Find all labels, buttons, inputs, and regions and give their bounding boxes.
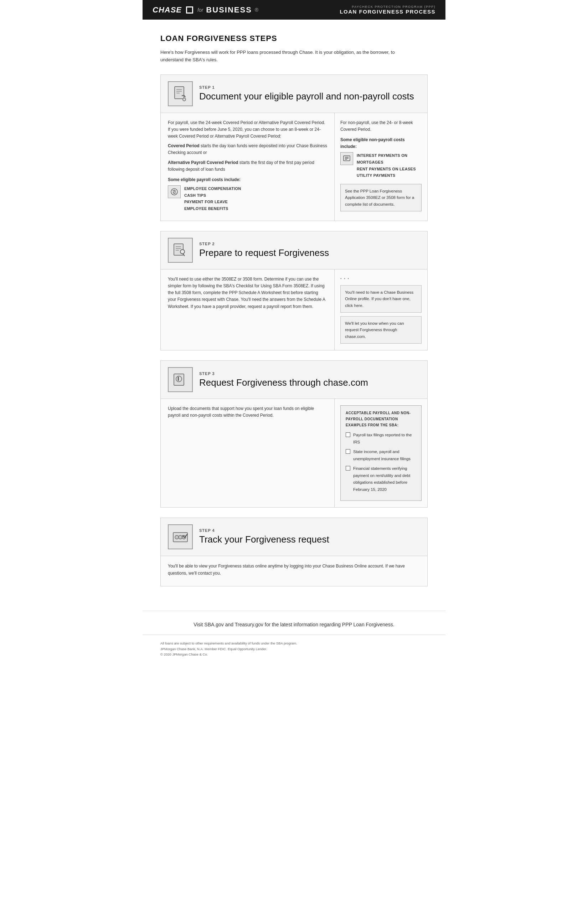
step-4-section: STEP 4 Track your Forgiveness request Yo… (160, 518, 428, 587)
step-1-heading: Document your eligible payroll and non-p… (199, 91, 414, 102)
payroll-icon (168, 185, 181, 198)
checkbox-2 (346, 449, 350, 454)
step-2-section: STEP 2 Prepare to request Forgiveness Yo… (160, 231, 428, 350)
acceptable-title: ACCEPTABLE PAYROLL AND NON-PAYROLL DOCUM… (346, 410, 416, 428)
svg-point-4 (183, 98, 186, 101)
step-4-icon (168, 524, 193, 549)
checkbox-1 (346, 432, 350, 437)
acceptable-item-3: Financial statements verifying payment o… (353, 465, 416, 493)
step-4-heading: Track your Forgiveness request (199, 534, 329, 545)
step-1-section: STEP 1 Document your eligible payroll an… (160, 74, 428, 221)
step4-body-text: You'll be able to view your Forgiveness … (168, 563, 420, 577)
svg-point-16 (176, 376, 182, 382)
payroll-cost-4: EMPLOYEE BENEFITS (184, 205, 241, 212)
eligible-nonpayroll-label: Some eligible non-payroll costs include: (340, 136, 422, 150)
nonpayroll-cost-3: UTILITY PAYMENTS (357, 172, 422, 179)
step-2-heading: Prepare to request Forgiveness (199, 247, 329, 259)
alt-covered-label: Alternative Payroll Covered Period (168, 160, 238, 165)
payroll-cost-3: PAYMENT FOR LEAVE (184, 199, 241, 205)
step-3-label: STEP 3 (199, 372, 368, 376)
step-3-icon: i (168, 367, 193, 392)
check-item-3: Financial statements verifying payment o… (346, 465, 416, 493)
legal-line-3: © 2020 JPMorgan Chase & Co. (160, 652, 428, 657)
step-1-header-text: STEP 1 Document your eligible payroll an… (199, 85, 414, 102)
header-right: PAYCHECK PROTECTION PROGRAM (PPP) LOAN F… (339, 5, 436, 15)
step2-note1: You'll need to have a Chase Business Onl… (340, 285, 422, 313)
logo-square-icon (186, 6, 193, 13)
step-3-left: Upload the documents that support how yo… (161, 399, 334, 507)
nonpayroll-icon (340, 152, 353, 165)
step-2-label: STEP 2 (199, 242, 329, 246)
nonpayroll-costs-row: INTEREST PAYMENTS ON MORTGAGES RENT PAYM… (340, 152, 422, 179)
header: CHASE for BUSINESS® PAYCHECK PROTECTION … (142, 0, 446, 19)
footer-visit-text: Visit SBA.gov and Treasury.gov for the l… (194, 622, 394, 628)
step-2-icon (168, 238, 193, 263)
logo-chase: CHASE (152, 5, 182, 15)
payroll-cost-1: EMPLOYEE COMPENSATION (184, 185, 241, 192)
step-2-header: STEP 2 Prepare to request Forgiveness (161, 231, 427, 270)
acceptable-box: ACCEPTABLE PAYROLL AND NON-PAYROLL DOCUM… (340, 405, 422, 500)
step-3-header-text: STEP 3 Request Forgiveness through chase… (199, 372, 368, 388)
step3-body-text: Upload the documents that support how yo… (168, 405, 327, 419)
step-1-right: For non-payroll, use the 24- or 8-week C… (334, 113, 427, 221)
step-4-header: STEP 4 Track your Forgiveness request (161, 518, 427, 556)
step-2-left: You'll need to use either the 3508EZ or … (161, 270, 334, 350)
step-1-label: STEP 1 (199, 85, 414, 89)
header-title: LOAN FORGIVENESS PROCESS (339, 8, 436, 15)
nonpayroll-costs-list: INTEREST PAYMENTS ON MORTGAGES RENT PAYM… (357, 152, 422, 179)
intro-text: Here's how Forgiveness will work for PPP… (160, 49, 403, 64)
step-1-icon (168, 81, 193, 106)
legal-line-2: JPMorgan Chase Bank, N.A. Member FDIC. E… (160, 646, 428, 652)
step2-body-text: You'll need to use either the 3508EZ or … (168, 276, 327, 310)
header-subtitle: PAYCHECK PROTECTION PROGRAM (PPP) (339, 5, 436, 8)
footer-visit: Visit SBA.gov and Treasury.gov for the l… (142, 611, 446, 634)
logo-for: for (197, 7, 203, 13)
logo-business: BUSINESS (206, 5, 252, 15)
step1-right-p1: For non-payroll, use the 24- or 8-week C… (340, 120, 422, 133)
legal-line-1: All loans are subject to other requireme… (160, 641, 428, 646)
acceptable-item-1: Payroll tax filings reported to the IRS (353, 432, 416, 446)
step-2-header-text: STEP 2 Prepare to request Forgiveness (199, 242, 329, 259)
check-item-2: State income, payroll and unemployment i… (346, 448, 416, 463)
svg-point-14 (180, 249, 184, 254)
step-3-header: i STEP 3 Request Forgiveness through cha… (161, 361, 427, 399)
covered-period-label: Covered Period (168, 143, 200, 148)
step-1-header: STEP 1 Document your eligible payroll an… (161, 75, 427, 113)
ppp-box: See the PPP Loan Forgiveness Application… (340, 184, 422, 211)
check-item-1: Payroll tax filings reported to the IRS (346, 432, 416, 446)
main-content: LOAN FORGIVENESS STEPS Here's how Forgiv… (142, 19, 446, 607)
step-1-body: For payroll, use the 24-week Covered Per… (161, 113, 427, 221)
nonpayroll-cost-2: RENT PAYMENTS ON LEASES (357, 166, 422, 173)
step2-note1-text: You'll need to have a Chase Business Onl… (345, 290, 414, 307)
payroll-costs-row: EMPLOYEE COMPENSATION CASH TIPS PAYMENT … (168, 185, 327, 212)
acceptable-item-2: State income, payroll and unemployment i… (353, 448, 416, 463)
checkbox-3 (346, 466, 350, 471)
step-3-right: ACCEPTABLE PAYROLL AND NON-PAYROLL DOCUM… (334, 399, 427, 507)
step-4-label: STEP 4 (199, 528, 329, 532)
step-2-right: • • • You'll need to have a Chase Busine… (334, 270, 427, 350)
page-title: LOAN FORGIVENESS STEPS (160, 34, 428, 43)
dots-label: • • • (340, 276, 422, 281)
logo-reg: ® (255, 7, 258, 13)
svg-text:i: i (178, 377, 179, 382)
footer-legal: All loans are subject to other requireme… (142, 634, 446, 664)
step-3-section: i STEP 3 Request Forgiveness through cha… (160, 361, 428, 507)
step1-covered-period: Covered Period starts the day loan funds… (168, 142, 327, 156)
step-3-heading: Request Forgiveness through chase.com (199, 377, 368, 388)
step2-note2-text: We'll let you know when you can request … (345, 321, 404, 339)
step2-note2: We'll let you know when you can request … (340, 316, 422, 344)
step-1-left: For payroll, use the 24-week Covered Per… (161, 113, 334, 221)
step-4-body: You'll be able to view your Forgiveness … (161, 556, 427, 586)
ppp-box-text: See the PPP Loan Forgiveness Application… (345, 189, 414, 206)
payroll-cost-2: CASH TIPS (184, 192, 241, 199)
eligible-payroll-label: Some eligible payroll costs include: (168, 176, 327, 183)
svg-point-20 (179, 535, 182, 539)
step-3-body: Upload the documents that support how yo… (161, 399, 427, 507)
nonpayroll-cost-1: INTEREST PAYMENTS ON MORTGAGES (357, 152, 422, 165)
payroll-costs-list: EMPLOYEE COMPENSATION CASH TIPS PAYMENT … (184, 185, 241, 212)
logo: CHASE for BUSINESS® (152, 5, 258, 15)
step1-alt-covered: Alternative Payroll Covered Period start… (168, 159, 327, 173)
step-4-header-text: STEP 4 Track your Forgiveness request (199, 528, 329, 545)
step-2-body: You'll need to use either the 3508EZ or … (161, 270, 427, 350)
svg-point-19 (175, 535, 179, 539)
